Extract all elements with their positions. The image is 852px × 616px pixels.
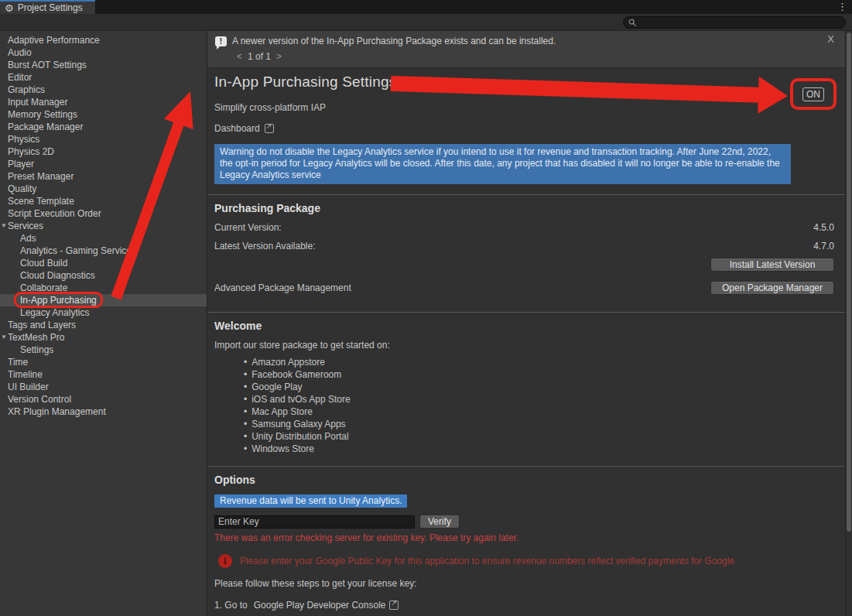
google-key-row: i Please enter your Google Public Key fo… xyxy=(214,554,845,568)
sidebar-item-label: In-App Purchasing xyxy=(20,295,97,306)
store-list-item: Unity Distribution Portal xyxy=(244,430,845,443)
pager-prev-button[interactable]: < xyxy=(237,51,242,62)
sidebar-item-settings[interactable]: Settings xyxy=(0,344,207,356)
sidebar-item-label: Settings xyxy=(20,344,53,355)
sidebar-item-burst-aot-settings[interactable]: Burst AOT Settings xyxy=(0,59,207,71)
sidebar-item-cloud-diagnostics[interactable]: Cloud Diagnostics xyxy=(0,269,207,282)
enter-key-input[interactable] xyxy=(214,515,415,529)
page-subtitle: Simplify cross-platform IAP xyxy=(214,102,845,113)
purchasing-package-heading: Purchasing Package xyxy=(214,202,845,214)
sidebar-item-in-app-purchasing[interactable]: In-App Purchasing xyxy=(0,294,207,306)
sidebar-item-memory-settings[interactable]: Memory Settings xyxy=(0,108,207,121)
sidebar-item-physics-2d[interactable]: Physics 2D xyxy=(0,145,207,158)
service-on-toggle[interactable]: ON xyxy=(802,87,824,101)
pager-count: 1 of 1 xyxy=(248,51,271,62)
legacy-analytics-warning: Warning do not disable the Legacy Analyt… xyxy=(214,144,791,184)
sidebar-item-editor[interactable]: Editor xyxy=(0,71,207,84)
sidebar-item-label: Tags and Layers xyxy=(8,320,76,330)
verify-button[interactable]: Verify xyxy=(419,515,460,529)
store-list: Amazon AppstoreFacebook GameroomGoogle P… xyxy=(244,356,845,455)
content-body: In-App Purchasing Settings Simplify cros… xyxy=(207,68,845,616)
store-list-item: iOS and tvOs App Store xyxy=(244,393,845,406)
sidebar-item-ui-builder[interactable]: UI Builder xyxy=(0,381,207,393)
external-link-icon xyxy=(265,124,274,133)
sidebar-item-version-control[interactable]: Version Control xyxy=(0,393,207,406)
sidebar-item-input-manager[interactable]: Input Manager xyxy=(0,96,207,108)
sidebar-item-label: Preset Manager xyxy=(8,171,74,182)
sidebar-item-label: Package Manager xyxy=(8,121,83,132)
sidebar-item-cloud-build[interactable]: Cloud Build xyxy=(0,257,207,269)
sidebar-item-label: Memory Settings xyxy=(8,109,77,120)
open-package-manager-button[interactable]: Open Package Manager xyxy=(710,281,834,295)
sidebar-item-analytics-gaming-services[interactable]: Analytics - Gaming Services xyxy=(0,245,207,257)
sidebar-item-collaborate[interactable]: Collaborate xyxy=(0,282,207,294)
current-version-row: Current Version: 4.5.0 xyxy=(214,222,845,233)
vertical-scrollbar[interactable] xyxy=(845,31,852,616)
tab-title: Project Settings xyxy=(18,2,83,13)
sidebar-item-label: Scene Template xyxy=(8,196,74,207)
key-error-text: There was an error checking server for e… xyxy=(214,532,845,543)
sidebar-item-label: Burst AOT Settings xyxy=(8,60,87,70)
sidebar-item-xr-plugin-management[interactable]: XR Plugin Management xyxy=(0,406,207,418)
sidebar-item-timeline[interactable]: Timeline xyxy=(0,368,207,381)
sidebar-item-label: Quality xyxy=(8,183,36,194)
sidebar-item-label: Player xyxy=(8,159,34,169)
sidebar-item-label: Services xyxy=(8,221,43,231)
install-latest-version-button[interactable]: Install Latest Version xyxy=(710,258,834,272)
sidebar-item-services[interactable]: ▼Services xyxy=(0,220,207,232)
sidebar-item-label: Version Control xyxy=(8,394,71,405)
latest-version-label: Latest Version Available: xyxy=(214,241,813,252)
google-play-console-link[interactable]: Google Play Developer Console xyxy=(254,600,386,611)
search-icon xyxy=(628,19,637,27)
key-entry-row: Verify xyxy=(214,515,845,529)
sidebar-item-time[interactable]: Time xyxy=(0,356,207,368)
store-list-item: Facebook Gameroom xyxy=(244,368,845,381)
sidebar-item-label: Physics xyxy=(8,134,39,145)
search-box[interactable] xyxy=(623,16,846,29)
revenue-note-chip: Revenue data will be sent to Unity Analy… xyxy=(214,495,407,508)
sidebar-item-package-manager[interactable]: Package Manager xyxy=(0,121,207,133)
notification-bubble-icon: ! xyxy=(215,36,227,46)
sidebar-item-label: Legacy Analytics xyxy=(20,307,89,318)
welcome-heading: Welcome xyxy=(214,320,845,332)
sidebar-item-adaptive-performance[interactable]: Adaptive Performance xyxy=(0,34,207,46)
sidebar-item-graphics[interactable]: Graphics xyxy=(0,84,207,96)
section-divider xyxy=(207,466,845,467)
sidebar-item-scene-template[interactable]: Scene Template xyxy=(0,195,207,207)
sidebar-item-label: Script Execution Order xyxy=(8,208,101,219)
sidebar-item-player[interactable]: Player xyxy=(0,158,207,170)
sidebar-item-label: Input Manager xyxy=(8,97,67,108)
sidebar-item-label: Cloud Build xyxy=(20,258,67,269)
sidebar-item-label: Adaptive Performance xyxy=(8,35,100,46)
sidebar-item-label: Physics 2D xyxy=(8,146,54,157)
current-version-value: 4.5.0 xyxy=(813,222,834,233)
kebab-menu-icon[interactable]: ⋮ xyxy=(837,1,847,12)
sidebar-list: Adaptive PerformanceAudioBurst AOT Setti… xyxy=(0,34,207,418)
sidebar-item-label: Cloud Diagnostics xyxy=(20,270,95,281)
sidebar-item-preset-manager[interactable]: Preset Manager xyxy=(0,170,207,183)
advanced-package-row: Advanced Package Management Open Package… xyxy=(214,281,845,295)
tab-project-settings[interactable]: ⚙ Project Settings xyxy=(0,0,95,14)
sidebar-item-ads[interactable]: Ads xyxy=(0,232,207,245)
welcome-intro: Import our store package to get started … xyxy=(214,340,845,351)
sidebar-item-quality[interactable]: Quality xyxy=(0,183,207,195)
notification-pager: < 1 of 1 > xyxy=(237,51,845,62)
sidebar-item-audio[interactable]: Audio xyxy=(0,46,207,59)
sidebar-item-label: XR Plugin Management xyxy=(8,406,106,417)
sidebar-item-script-execution-order[interactable]: Script Execution Order xyxy=(0,207,207,220)
sidebar-item-legacy-analytics[interactable]: Legacy Analytics xyxy=(0,306,207,319)
external-link-icon xyxy=(389,601,399,610)
scrollbar-thumb[interactable] xyxy=(847,33,851,532)
foldout-triangle-icon[interactable]: ▼ xyxy=(1,331,7,344)
sidebar-item-physics[interactable]: Physics xyxy=(0,133,207,145)
foldout-triangle-icon[interactable]: ▼ xyxy=(1,220,7,232)
notification-close-button[interactable]: X xyxy=(827,33,834,45)
store-list-item: Amazon Appstore xyxy=(244,356,845,368)
steps-intro: Please follow these steps to get your li… xyxy=(214,578,845,589)
sidebar-item-tags-and-layers[interactable]: Tags and Layers xyxy=(0,319,207,331)
search-input[interactable] xyxy=(640,18,840,27)
store-list-item: Samsung Galaxy Apps xyxy=(244,418,845,430)
sidebar-item-textmesh-pro[interactable]: ▼TextMesh Pro xyxy=(0,331,207,344)
dashboard-link[interactable]: Dashboard xyxy=(214,123,845,134)
pager-next-button[interactable]: > xyxy=(276,51,282,62)
